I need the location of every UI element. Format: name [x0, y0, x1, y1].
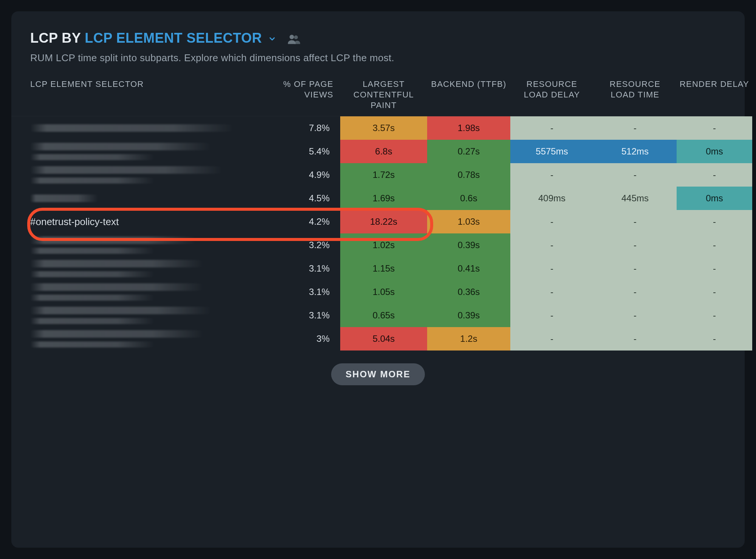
cell-render-delay: 0ms	[677, 187, 752, 210]
col-res-load-delay[interactable]: RESOURCE LOAD DELAY	[510, 79, 593, 111]
cell-ttfb: 0.78s	[427, 163, 510, 187]
cell-resource-load-time: 445ms	[593, 187, 677, 210]
cell-resource-load-time: -	[593, 280, 677, 304]
col-lcp[interactable]: LARGEST CONTENTFUL PAINT	[340, 79, 427, 111]
cell-resource-load-delay: -	[510, 210, 593, 233]
cell-resource-load-time: -	[593, 327, 677, 351]
cell-pct-page-views: 4.2%	[253, 210, 340, 233]
cell-resource-load-time: -	[593, 257, 677, 280]
col-pct-page-views[interactable]: % OF PAGE VIEWS	[253, 79, 340, 111]
cell-selector[interactable]	[11, 163, 253, 187]
selector-text: #onetrust-policy-text	[30, 216, 119, 228]
cell-ttfb: 1.2s	[427, 327, 510, 351]
table-row[interactable]: 5.4%6.8s0.27s5575ms512ms0ms	[11, 140, 745, 163]
cell-render-delay: 0ms	[677, 140, 752, 163]
cell-resource-load-time: 512ms	[593, 140, 677, 163]
cell-resource-load-delay: -	[510, 280, 593, 304]
cell-resource-load-time: -	[593, 304, 677, 327]
table-row[interactable]: 7.8%3.57s1.98s---	[11, 116, 745, 140]
cell-resource-load-time: -	[593, 116, 677, 140]
cell-pct-page-views: 5.4%	[253, 140, 340, 163]
cell-selector[interactable]	[11, 257, 253, 280]
table-row[interactable]: 3.2%1.02s0.39s---	[11, 233, 745, 257]
cell-lcp: 18.22s	[340, 210, 427, 233]
table-row[interactable]: 3.1%1.15s0.41s---	[11, 257, 745, 280]
cell-ttfb: 0.39s	[427, 233, 510, 257]
cell-ttfb: 0.39s	[427, 304, 510, 327]
cell-resource-load-delay: -	[510, 163, 593, 187]
show-more-button[interactable]: SHOW MORE	[331, 363, 424, 385]
cell-ttfb: 0.41s	[427, 257, 510, 280]
table-row[interactable]: 4.9%1.72s0.78s---	[11, 163, 745, 187]
cell-resource-load-delay: -	[510, 304, 593, 327]
cell-resource-load-delay: -	[510, 327, 593, 351]
table-body: 7.8%3.57s1.98s---5.4%6.8s0.27s5575ms512m…	[11, 116, 745, 351]
cell-resource-load-delay: 409ms	[510, 187, 593, 210]
cell-pct-page-views: 4.5%	[253, 187, 340, 210]
cell-lcp: 1.02s	[340, 233, 427, 257]
cell-ttfb: 1.98s	[427, 116, 510, 140]
cell-selector[interactable]	[11, 280, 253, 304]
cell-pct-page-views: 3.1%	[253, 304, 340, 327]
svg-point-1	[294, 36, 298, 39]
cell-lcp: 1.05s	[340, 280, 427, 304]
table-header: LCP ELEMENT SELECTOR % OF PAGE VIEWS LAR…	[11, 79, 745, 116]
col-ttfb[interactable]: BACKEND (TTFB)	[427, 79, 510, 111]
cell-pct-page-views: 3.2%	[253, 233, 340, 257]
table-row[interactable]: 3.1%1.05s0.36s---	[11, 280, 745, 304]
cell-pct-page-views: 4.9%	[253, 163, 340, 187]
title-dimension[interactable]: LCP ELEMENT SELECTOR	[85, 30, 280, 46]
cell-render-delay: -	[677, 163, 752, 187]
cell-resource-load-delay: -	[510, 257, 593, 280]
cell-selector[interactable]	[11, 304, 253, 327]
cell-resource-load-delay: -	[510, 233, 593, 257]
cell-selector[interactable]	[11, 116, 253, 140]
cell-lcp: 6.8s	[340, 140, 427, 163]
cell-selector[interactable]	[11, 327, 253, 351]
cell-lcp: 3.57s	[340, 116, 427, 140]
cell-pct-page-views: 3%	[253, 327, 340, 351]
cell-lcp: 0.65s	[340, 304, 427, 327]
col-res-load-time[interactable]: RESOURCE LOAD TIME	[593, 79, 677, 111]
table-row[interactable]: #onetrust-policy-text4.2%18.22s1.03s---	[11, 210, 745, 233]
cell-selector[interactable]	[11, 187, 253, 210]
cell-lcp: 1.72s	[340, 163, 427, 187]
cell-pct-page-views: 7.8%	[253, 116, 340, 140]
cell-pct-page-views: 3.1%	[253, 280, 340, 304]
cell-selector[interactable]: #onetrust-policy-text	[11, 210, 253, 233]
cell-lcp: 1.69s	[340, 187, 427, 210]
cell-render-delay: -	[677, 327, 752, 351]
col-selector[interactable]: LCP ELEMENT SELECTOR	[11, 79, 253, 111]
cell-ttfb: 0.27s	[427, 140, 510, 163]
lcp-breakdown-panel: LCP BY LCP ELEMENT SELECTOR RUM LCP time…	[11, 11, 745, 548]
table-row[interactable]: 4.5%1.69s0.6s409ms445ms0ms	[11, 187, 745, 210]
cell-resource-load-time: -	[593, 163, 677, 187]
cell-render-delay: -	[677, 280, 752, 304]
lcp-table: LCP ELEMENT SELECTOR % OF PAGE VIEWS LAR…	[11, 79, 745, 351]
col-render-delay[interactable]: RENDER DELAY	[677, 79, 752, 111]
cell-resource-load-delay: -	[510, 116, 593, 140]
table-row[interactable]: 3%5.04s1.2s---	[11, 327, 745, 351]
panel-subtitle: RUM LCP time split into subparts. Explor…	[11, 52, 745, 64]
cell-render-delay: -	[677, 116, 752, 140]
table-row[interactable]: 3.1%0.65s0.39s---	[11, 304, 745, 327]
chevron-down-icon[interactable]	[268, 35, 276, 43]
cell-selector[interactable]	[11, 140, 253, 163]
cell-pct-page-views: 3.1%	[253, 257, 340, 280]
users-icon[interactable]	[287, 33, 300, 45]
cell-resource-load-delay: 5575ms	[510, 140, 593, 163]
cell-render-delay: -	[677, 233, 752, 257]
cell-render-delay: -	[677, 210, 752, 233]
cell-resource-load-time: -	[593, 210, 677, 233]
cell-selector[interactable]	[11, 233, 253, 257]
cell-lcp: 1.15s	[340, 257, 427, 280]
cell-render-delay: -	[677, 257, 752, 280]
panel-title: LCP BY LCP ELEMENT SELECTOR	[30, 30, 726, 46]
title-prefix: LCP BY	[30, 30, 85, 46]
svg-point-0	[290, 35, 294, 39]
cell-ttfb: 1.03s	[427, 210, 510, 233]
cell-ttfb: 0.36s	[427, 280, 510, 304]
cell-resource-load-time: -	[593, 233, 677, 257]
cell-render-delay: -	[677, 304, 752, 327]
cell-lcp: 5.04s	[340, 327, 427, 351]
